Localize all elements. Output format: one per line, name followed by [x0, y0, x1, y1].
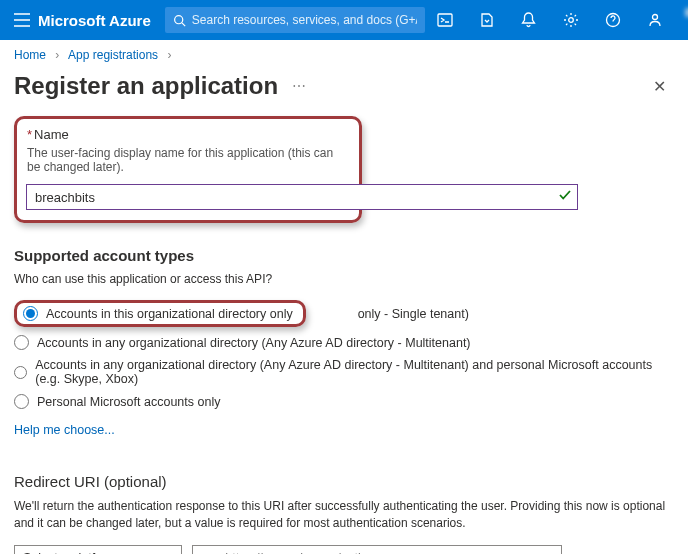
search-icon [173, 14, 186, 27]
chevron-right-icon: › [55, 48, 59, 62]
name-help-text: The user-facing display name for this ap… [27, 146, 349, 174]
redirect-desc: We'll return the authentication response… [14, 498, 674, 533]
account-option-3-radio[interactable] [14, 365, 27, 380]
close-icon[interactable]: ✕ [645, 73, 674, 100]
account-option-2-radio[interactable] [14, 335, 29, 350]
directory-icon[interactable] [467, 0, 507, 40]
check-icon [558, 188, 572, 205]
svg-point-4 [652, 15, 657, 20]
breadcrumb: Home › App registrations › [0, 40, 688, 68]
help-icon[interactable] [593, 0, 633, 40]
account-option-1-highlight: Accounts in this organizational director… [14, 300, 306, 327]
redirect-section-title: Redirect URI (optional) [14, 473, 674, 490]
accounts-section-title: Supported account types [14, 247, 674, 264]
name-section-highlight: *Name The user-facing display name for t… [14, 116, 362, 223]
hamburger-menu[interactable] [14, 8, 30, 32]
settings-icon[interactable] [551, 0, 591, 40]
breadcrumb-app-registrations[interactable]: App registrations [68, 48, 158, 62]
help-me-choose-link[interactable]: Help me choose... [14, 423, 115, 437]
account-option-2-row[interactable]: Accounts in any organizational directory… [14, 331, 674, 354]
brand-label: Microsoft Azure [38, 12, 151, 29]
account-option-3-row[interactable]: Accounts in any organizational directory… [14, 354, 674, 390]
account-option-2-label: Accounts in any organizational directory… [37, 336, 471, 350]
svg-point-2 [568, 18, 573, 23]
page-title: Register an application [14, 72, 278, 99]
platform-select[interactable]: Select a platform [14, 545, 182, 554]
feedback-icon[interactable] [635, 0, 675, 40]
account-option-1-row: Accounts in this organizational director… [14, 296, 674, 331]
page-body: Register an application ⋯ ✕ *Name The us… [0, 68, 688, 554]
account-option-1-suffix: only - Single tenant) [358, 307, 469, 321]
account-option-3-label: Accounts in any organizational directory… [35, 358, 674, 386]
top-icon-group [425, 0, 675, 40]
global-search[interactable] [165, 7, 425, 33]
redirect-uri-input[interactable] [192, 545, 562, 554]
breadcrumb-home[interactable]: Home [14, 48, 46, 62]
account-block[interactable] [675, 6, 688, 34]
chevron-right-icon: › [167, 48, 171, 62]
name-label: *Name [27, 127, 349, 142]
account-option-1-label: Accounts in this organizational director… [46, 307, 293, 321]
accounts-question: Who can use this application or access t… [14, 272, 674, 286]
app-name-input[interactable] [26, 184, 578, 210]
azure-top-bar: Microsoft Azure [0, 0, 688, 40]
notifications-icon[interactable] [509, 0, 549, 40]
more-icon[interactable]: ⋯ [292, 78, 306, 94]
name-label-text: Name [34, 127, 69, 142]
account-option-1-radio[interactable] [23, 306, 38, 321]
account-option-4-row[interactable]: Personal Microsoft accounts only [14, 390, 674, 413]
search-input[interactable] [192, 13, 417, 27]
account-option-4-label: Personal Microsoft accounts only [37, 395, 220, 409]
cloud-shell-icon[interactable] [425, 0, 465, 40]
svg-point-0 [174, 15, 182, 23]
account-option-4-radio[interactable] [14, 394, 29, 409]
